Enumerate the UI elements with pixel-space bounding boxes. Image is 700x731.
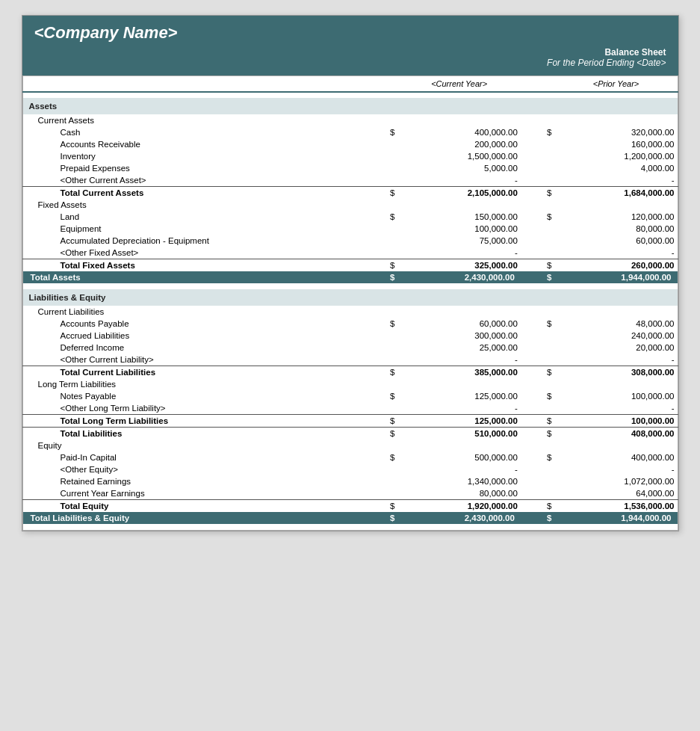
accum-dep-row: Accumulated Depreciation - Equipment 75,…: [22, 235, 678, 247]
total-ca-cy: 2,105,000.00: [397, 187, 520, 200]
total-cl-py: 308,000.00: [555, 366, 678, 379]
accrued-liabilities-label: Accrued Liabilities: [22, 330, 364, 342]
spacer-assets: [22, 92, 678, 98]
total-ca-sign-py: $: [521, 187, 555, 200]
total-liabilities-sign-py: $: [521, 428, 555, 440]
total-equity-py: 1,536,000.00: [555, 500, 678, 513]
equity-header-row: Equity: [22, 439, 678, 451]
retained-earnings-label: Retained Earnings: [22, 475, 364, 487]
prepaid-label: Prepaid Expenses: [22, 162, 364, 174]
pic-cy: 500,000.00: [397, 451, 520, 463]
total-ca-label: Total Current Assets: [22, 187, 364, 200]
total-le-label: Total Liabilities & Equity: [22, 512, 364, 524]
land-row: Land $ 150,000.00 $ 120,000.00: [22, 211, 678, 223]
total-fa-cy: 325,000.00: [397, 259, 520, 272]
current-year-earnings-label: Current Year Earnings: [22, 487, 364, 500]
other-fa-label: <Other Fixed Asset>: [22, 247, 364, 259]
liabilities-equity-section-header: Liabilities & Equity: [22, 289, 678, 306]
equipment-label: Equipment: [22, 223, 364, 235]
total-assets-row: Total Assets $ 2,430,000.00 $ 1,944,000.…: [22, 271, 678, 283]
total-ltl-sign-cy: $: [364, 415, 398, 428]
pic-sign-cy: $: [364, 451, 398, 463]
sign-cy-header: [364, 76, 398, 93]
fixed-assets-label: Fixed Assets: [22, 199, 364, 211]
company-name: <Company Name>: [34, 23, 666, 43]
fixed-assets-header-row: Fixed Assets: [22, 199, 678, 211]
ap-label: Accounts Payable: [22, 318, 364, 330]
spacer-bottom: [22, 524, 678, 530]
ap-py: 48,000.00: [555, 318, 678, 330]
deferred-income-row: Deferred Income 25,000.00 20,000.00: [22, 342, 678, 354]
current-assets-label: Current Assets: [22, 114, 364, 126]
ap-cy: 60,000.00: [397, 318, 520, 330]
total-liabilities-row: Total Liabilities $ 510,000.00 $ 408,000…: [22, 428, 678, 440]
total-ltl-sign-py: $: [521, 415, 555, 428]
ap-row: Accounts Payable $ 60,000.00 $ 48,000.00: [22, 318, 678, 330]
other-current-liability-row: <Other Current Liability> - -: [22, 354, 678, 366]
total-le-sign-cy: $: [364, 512, 398, 524]
accum-dep-label: Accumulated Depreciation - Equipment: [22, 235, 364, 247]
total-assets-label: Total Assets: [22, 271, 364, 283]
total-equity-row: Total Equity $ 1,920,000.00 $ 1,536,000.…: [22, 500, 678, 513]
total-liabilities-py: 408,000.00: [555, 428, 678, 440]
total-lt-liabilities-row: Total Long Term Liabilities $ 125,000.00…: [22, 415, 678, 428]
land-py: 120,000.00: [555, 211, 678, 223]
ar-py: 160,000.00: [555, 138, 678, 150]
ar-row: Accounts Receivable 200,000.00 160,000.0…: [22, 138, 678, 150]
other-fa-cy: -: [397, 247, 520, 259]
ap-sign-py: $: [521, 318, 555, 330]
notes-payable-py: 100,000.00: [555, 390, 678, 402]
other-ca-label: <Other Current Asset>: [22, 174, 364, 187]
prepaid-py: 4,000.00: [555, 162, 678, 174]
land-label: Land: [22, 211, 364, 223]
total-cl-sign-py: $: [521, 366, 555, 379]
pic-sign-py: $: [521, 451, 555, 463]
total-ltl-cy: 125,000.00: [397, 415, 520, 428]
other-ca-cy: -: [397, 174, 520, 187]
label-col-header: [22, 76, 364, 93]
land-sign-py: $: [521, 211, 555, 223]
balance-sheet-table: <Current Year> <Prior Year> Assets Curre…: [22, 75, 678, 531]
current-assets-header-row: Current Assets: [22, 114, 678, 126]
accum-dep-py: 60,000.00: [555, 235, 678, 247]
total-liabilities-sign-cy: $: [364, 428, 398, 440]
cash-sign-py: $: [521, 126, 555, 138]
total-liabilities-label: Total Liabilities: [22, 428, 364, 440]
total-liabilities-equity-row: Total Liabilities & Equity $ 2,430,000.0…: [22, 512, 678, 524]
other-cl-py: -: [555, 354, 678, 366]
cash-py: 320,000.00: [555, 126, 678, 138]
ar-label: Accounts Receivable: [22, 138, 364, 150]
paid-in-capital-row: Paid-In Capital $ 500,000.00 $ 400,000.0…: [22, 451, 678, 463]
ar-cy: 200,000.00: [397, 138, 520, 150]
total-ltl-py: 100,000.00: [555, 415, 678, 428]
retained-earnings-row: Retained Earnings 1,340,000.00 1,072,000…: [22, 475, 678, 487]
current-year-earnings-cy: 80,000.00: [397, 487, 520, 500]
other-fixed-asset-row: <Other Fixed Asset> - -: [22, 247, 678, 259]
assets-label: Assets: [22, 98, 678, 114]
total-fa-sign-cy: $: [364, 259, 398, 272]
deferred-income-label: Deferred Income: [22, 342, 364, 354]
cash-sign-cy: $: [364, 126, 398, 138]
total-cl-sign-cy: $: [364, 366, 398, 379]
notes-payable-label: Notes Payable: [22, 390, 364, 402]
accrued-liabilities-row: Accrued Liabilities 300,000.00 240,000.0…: [22, 330, 678, 342]
total-ltl-label: Total Long Term Liabilities: [22, 415, 364, 428]
land-sign-cy: $: [364, 211, 398, 223]
total-assets-py: 1,944,000.00: [555, 271, 678, 283]
equipment-row: Equipment 100,000.00 80,000.00: [22, 223, 678, 235]
ap-sign-cy: $: [364, 318, 398, 330]
total-le-cy: 2,430,000.00: [397, 512, 520, 524]
other-fa-py: -: [555, 247, 678, 259]
other-cl-cy: -: [397, 354, 520, 366]
total-equity-cy: 1,920,000.00: [397, 500, 520, 513]
report-subtitle: For the Period Ending <Date>: [34, 58, 666, 68]
other-ca-py: -: [555, 174, 678, 187]
total-liabilities-cy: 510,000.00: [397, 428, 520, 440]
total-equity-label: Total Equity: [22, 500, 364, 513]
total-fixed-assets-row: Total Fixed Assets $ 325,000.00 $ 260,00…: [22, 259, 678, 272]
other-equity-row: <Other Equity> - -: [22, 463, 678, 475]
inventory-row: Inventory 1,500,000.00 1,200,000.00: [22, 150, 678, 162]
other-equity-py: -: [555, 463, 678, 475]
balance-sheet-document: <Company Name> Balance Sheet For the Per…: [22, 15, 679, 531]
cash-label: Cash: [22, 126, 364, 138]
